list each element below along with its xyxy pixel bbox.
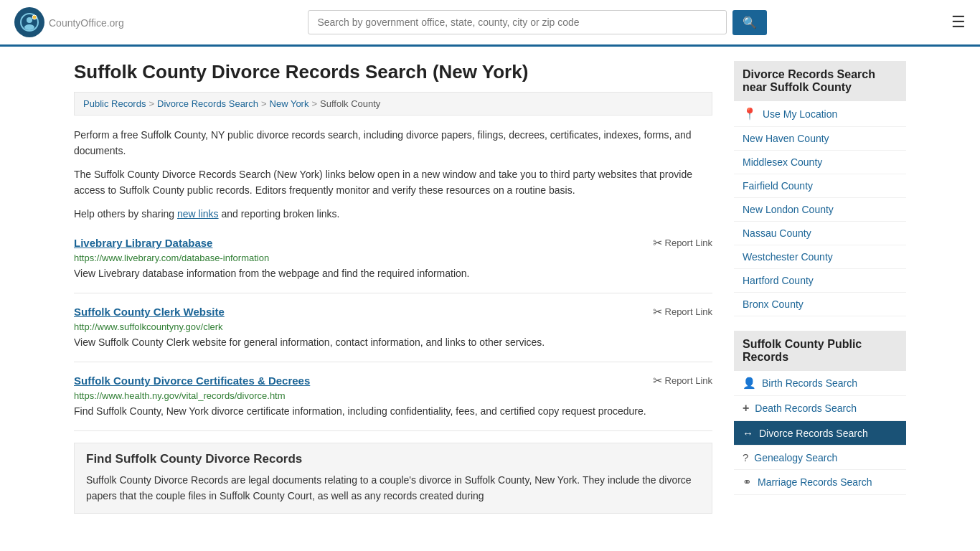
sidebar-item-genealogy[interactable]: ? Genealogy Search [734, 446, 906, 470]
svg-point-1 [27, 17, 32, 23]
location-icon: 📍 [743, 107, 757, 121]
breadcrumb-public-records[interactable]: Public Records [83, 98, 146, 109]
report-link-label-1: Report Link [665, 237, 712, 248]
record-desc-3: Find Suffolk County, New York divorce ce… [74, 404, 712, 419]
sidebar-county-hartford[interactable]: Hartford County [734, 269, 906, 293]
divorce-icon: ↔ [743, 427, 753, 439]
report-icon-2: ✂ [653, 305, 662, 319]
logo-main-text: CountyOffice [49, 17, 107, 29]
sidebar-county-new-london[interactable]: New London County [734, 198, 906, 222]
public-records-section: Suffolk County Public Records 👤 Birth Re… [734, 331, 906, 495]
record-item-header: Suffolk County Clerk Website ✂ Report Li… [74, 305, 712, 319]
record-item: Livebrary Library Database ✂ Report Link… [74, 236, 712, 293]
record-desc-1: View Livebrary database information from… [74, 266, 712, 281]
svg-point-2 [24, 24, 34, 30]
breadcrumb-sep-2: > [261, 98, 267, 109]
record-url-1[interactable]: https://www.livebrary.com/database-infor… [74, 253, 712, 263]
sharing-text-after: and reporting broken links. [221, 208, 339, 220]
svg-point-3 [32, 15, 37, 19]
genealogy-label: Genealogy Search [754, 452, 837, 463]
report-link-btn-1[interactable]: ✂ Report Link [653, 236, 712, 250]
intro-paragraph-2: The Suffolk County Divorce Records Searc… [74, 166, 712, 199]
genealogy-icon: ? [743, 451, 748, 463]
find-section-title: Find Suffolk County Divorce Records [86, 452, 700, 466]
new-links-link[interactable]: new links [177, 208, 219, 220]
nearby-section-header: Divorce Records Search near Suffolk Coun… [734, 61, 906, 101]
report-link-label-2: Report Link [665, 306, 712, 317]
search-button[interactable]: 🔍 [732, 10, 767, 35]
sharing-text-before: Help others by sharing [74, 208, 174, 220]
breadcrumb-sep-1: > [149, 98, 154, 109]
report-icon-3: ✂ [653, 374, 662, 387]
sidebar-county-bronx[interactable]: Bronx County [734, 293, 906, 316]
nearby-section-title: Divorce Records Search near Suffolk Coun… [743, 68, 875, 93]
sidebar: Divorce Records Search near Suffolk Coun… [734, 61, 906, 514]
record-title-2[interactable]: Suffolk County Clerk Website [74, 306, 225, 318]
find-section: Find Suffolk County Divorce Records Suff… [74, 443, 712, 514]
main-content: Suffolk County Divorce Records Search (N… [74, 61, 712, 514]
site-header: CountyOffice.org 🔍 ☰ [0, 0, 980, 47]
sidebar-item-birth-records[interactable]: 👤 Birth Records Search [734, 371, 906, 396]
logo-area: CountyOffice.org [14, 7, 124, 37]
sidebar-county-nassau[interactable]: Nassau County [734, 222, 906, 245]
find-section-text: Suffolk County Divorce Records are legal… [86, 472, 700, 504]
record-url-2[interactable]: http://www.suffolkcountyny.gov/clerk [74, 321, 712, 332]
record-title-3[interactable]: Suffolk County Divorce Certificates & De… [74, 375, 310, 387]
breadcrumb-sep-3: > [311, 98, 317, 109]
sidebar-county-westchester[interactable]: Westchester County [734, 245, 906, 269]
marriage-records-label: Marriage Records Search [758, 476, 872, 488]
logo-text: CountyOffice.org [49, 15, 124, 30]
sidebar-item-marriage-records[interactable]: ⚭ Marriage Records Search [734, 470, 906, 495]
records-list: Livebrary Library Database ✂ Report Link… [74, 236, 712, 431]
sidebar-item-death-records[interactable]: + Death Records Search [734, 396, 906, 421]
marriage-icon: ⚭ [743, 476, 752, 489]
record-item: Suffolk County Divorce Certificates & De… [74, 374, 712, 431]
record-desc-2: View Suffolk County Clerk website for ge… [74, 335, 712, 350]
public-records-header: Suffolk County Public Records [734, 331, 906, 371]
sidebar-county-fairfield[interactable]: Fairfield County [734, 174, 906, 198]
birth-records-label: Birth Records Search [762, 377, 857, 389]
record-item-header: Suffolk County Divorce Certificates & De… [74, 374, 712, 387]
record-item-header: Livebrary Library Database ✂ Report Link [74, 236, 712, 250]
use-location-item[interactable]: 📍 Use My Location [734, 101, 906, 127]
report-link-btn-3[interactable]: ✂ Report Link [653, 374, 712, 387]
sharing-paragraph: Help others by sharing new links and rep… [74, 206, 712, 222]
logo-suffix: .org [107, 17, 124, 29]
menu-button[interactable]: ☰ [951, 14, 966, 30]
use-location-label: Use My Location [763, 108, 837, 120]
record-title-1[interactable]: Livebrary Library Database [74, 237, 212, 249]
sidebar-county-new-haven[interactable]: New Haven County [734, 127, 906, 151]
public-records-title: Suffolk County Public Records [743, 338, 862, 363]
birth-icon: 👤 [743, 377, 756, 390]
report-link-label-3: Report Link [665, 375, 712, 386]
record-item: Suffolk County Clerk Website ✂ Report Li… [74, 305, 712, 362]
report-link-btn-2[interactable]: ✂ Report Link [653, 305, 712, 319]
sidebar-county-middlesex[interactable]: Middlesex County [734, 151, 906, 174]
breadcrumb-divorce-records[interactable]: Divorce Records Search [157, 98, 258, 109]
page-title: Suffolk County Divorce Records Search (N… [74, 61, 712, 83]
death-icon: + [743, 402, 749, 415]
search-area: 🔍 [308, 10, 767, 35]
breadcrumb-new-york[interactable]: New York [270, 98, 309, 109]
nearby-section: Divorce Records Search near Suffolk Coun… [734, 61, 906, 316]
record-url-3[interactable]: https://www.health.ny.gov/vital_records/… [74, 390, 712, 401]
breadcrumb: Public Records > Divorce Records Search … [74, 92, 712, 116]
logo-icon [14, 7, 44, 37]
death-records-label: Death Records Search [755, 402, 857, 414]
search-input[interactable] [308, 10, 727, 34]
report-icon-1: ✂ [653, 236, 662, 250]
breadcrumb-suffolk: Suffolk County [320, 98, 380, 109]
divorce-records-label: Divorce Records Search [759, 428, 868, 439]
intro-paragraph-1: Perform a free Suffolk County, NY public… [74, 127, 712, 159]
sidebar-item-divorce-records[interactable]: ↔ Divorce Records Search [734, 421, 906, 446]
